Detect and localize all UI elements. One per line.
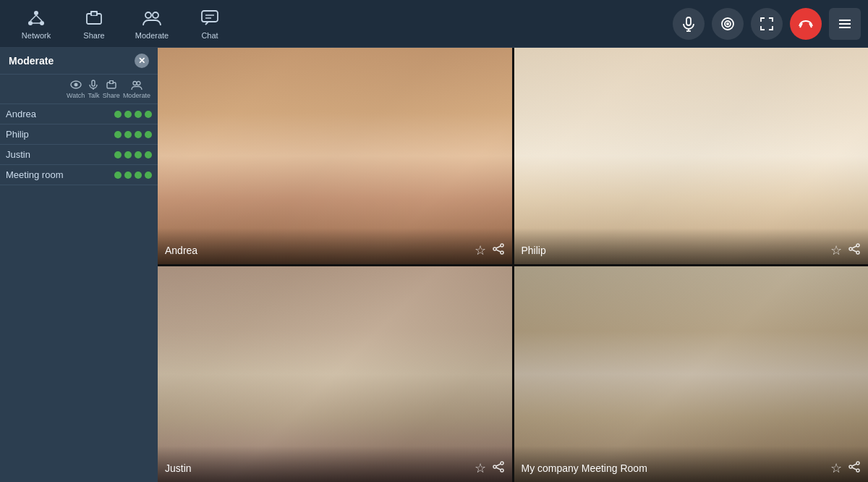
svg-point-44	[501, 462, 503, 465]
toolbar-left: Network Share Moderate	[7, 0, 239, 48]
col-talk: Talk	[88, 79, 99, 99]
svg-point-35	[493, 248, 496, 250]
svg-point-41	[856, 251, 859, 254]
video-label-meeting-room: My company Meeting Room ☆	[514, 446, 869, 482]
svg-line-52	[852, 464, 856, 466]
video-actions-andrea: ☆	[475, 242, 505, 258]
share-icon	[84, 8, 104, 28]
video-cell-meeting-room: My company Meeting Room ☆	[514, 266, 869, 483]
svg-rect-8	[92, 12, 96, 15]
nav-share-label: Share	[83, 31, 104, 40]
participant-row-andrea: Andrea	[0, 104, 158, 124]
dot	[114, 111, 122, 118]
moderate-panel: Moderate ✕ Watch	[0, 48, 158, 482]
col-moderate: Moderate	[123, 79, 150, 99]
network-icon	[26, 8, 46, 28]
dot	[114, 151, 122, 158]
svg-point-36	[501, 251, 503, 254]
video-actions-justin: ☆	[475, 460, 505, 476]
share-button-andrea[interactable]	[492, 242, 505, 258]
svg-rect-14	[686, 17, 691, 25]
toolbar: Network Share Moderate	[0, 0, 868, 48]
dot	[124, 111, 132, 118]
moderate-icon	[142, 8, 162, 28]
svg-point-19	[726, 22, 729, 25]
dot	[135, 111, 142, 118]
svg-point-0	[34, 11, 38, 15]
svg-line-43	[852, 250, 856, 252]
col-moderate-label: Moderate	[123, 92, 150, 99]
dot	[124, 172, 132, 179]
moderate-panel-title: Moderate	[9, 55, 54, 67]
main-area: Moderate ✕ Watch	[0, 48, 868, 482]
video-name-andrea: Andrea	[165, 245, 197, 256]
svg-rect-31	[110, 81, 112, 83]
svg-point-51	[856, 469, 859, 472]
participant-name-meeting-room: Meeting room	[6, 169, 114, 180]
dot	[145, 131, 152, 138]
svg-point-32	[133, 82, 137, 85]
svg-point-10	[153, 12, 158, 18]
mic-button[interactable]	[673, 8, 705, 40]
svg-line-3	[30, 15, 36, 21]
video-label-justin: Justin ☆	[158, 446, 512, 482]
dot	[114, 131, 122, 138]
end-call-button[interactable]	[790, 8, 822, 40]
dot	[145, 111, 152, 118]
nav-network-label: Network	[22, 31, 51, 40]
svg-point-9	[145, 12, 151, 18]
video-grid: Andrea ☆	[158, 48, 868, 482]
dot	[135, 151, 142, 158]
svg-line-42	[852, 246, 856, 248]
star-button-andrea[interactable]: ☆	[475, 242, 486, 258]
col-talk-label: Talk	[88, 92, 99, 99]
video-cell-justin: Justin ☆	[158, 266, 512, 483]
video-name-justin: Justin	[165, 462, 192, 474]
camera-button[interactable]	[712, 8, 744, 40]
svg-rect-27	[92, 80, 95, 86]
nav-chat-label: Chat	[201, 31, 218, 40]
moderate-close-button[interactable]: ✕	[135, 54, 149, 68]
share-button-justin[interactable]	[492, 460, 505, 476]
video-label-philip: Philip ☆	[514, 228, 869, 264]
video-cell-philip: Philip ☆	[514, 48, 869, 264]
svg-point-39	[856, 244, 859, 247]
video-name-philip: Philip	[522, 245, 546, 256]
video-actions-philip: ☆	[830, 242, 861, 258]
nav-network[interactable]: Network	[7, 0, 65, 48]
participant-name-philip: Philip	[6, 129, 114, 140]
dot	[135, 131, 142, 138]
svg-line-4	[36, 15, 42, 21]
participant-dots-andrea	[114, 111, 152, 118]
dot	[124, 151, 132, 158]
svg-point-49	[856, 462, 859, 465]
svg-point-26	[74, 83, 77, 87]
chat-icon	[200, 8, 220, 28]
video-actions-meeting-room: ☆	[830, 460, 861, 476]
video-cell-andrea: Andrea ☆	[158, 48, 512, 264]
video-label-andrea: Andrea ☆	[158, 228, 512, 264]
star-button-meeting-room[interactable]: ☆	[830, 460, 842, 476]
col-watch-label: Watch	[67, 92, 85, 99]
star-button-philip[interactable]: ☆	[830, 242, 842, 258]
svg-line-37	[496, 246, 501, 248]
nav-moderate[interactable]: Moderate	[123, 0, 181, 48]
participant-row-justin: Justin	[0, 145, 158, 165]
share-button-philip[interactable]	[848, 242, 861, 258]
menu-button[interactable]	[829, 8, 861, 40]
fullscreen-button[interactable]	[751, 8, 783, 40]
svg-point-50	[849, 465, 852, 468]
svg-line-53	[852, 468, 856, 470]
svg-line-48	[496, 468, 501, 470]
nav-chat[interactable]: Chat	[181, 0, 239, 48]
participant-dots-meeting-room	[114, 172, 152, 179]
dot	[124, 131, 132, 138]
star-button-justin[interactable]: ☆	[475, 460, 486, 476]
share-button-meeting-room[interactable]	[848, 460, 861, 476]
col-share-label: Share	[103, 92, 120, 99]
toolbar-right	[673, 8, 861, 40]
svg-line-38	[496, 250, 501, 252]
moderate-panel-header: Moderate ✕	[0, 48, 158, 75]
nav-share[interactable]: Share	[65, 0, 123, 48]
svg-rect-11	[202, 11, 218, 22]
